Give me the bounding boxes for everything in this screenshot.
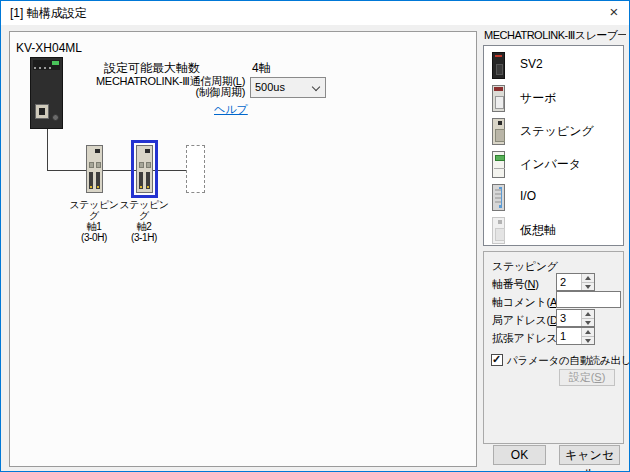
node-display-icon <box>145 149 150 153</box>
spin-down-button[interactable] <box>582 283 594 291</box>
slave-item-label: I/O <box>520 189 536 203</box>
node-connector-icon <box>146 172 150 189</box>
node-slot-icon <box>89 162 94 168</box>
axis-topology-panel: KV-XH04ML ステッピング 軸1 <box>9 31 477 467</box>
communication-cycle-select[interactable]: 500us <box>250 77 326 98</box>
axis-configuration-dialog: [1] 軸構成設定 × KV-XH04ML <box>0 0 630 472</box>
close-icon[interactable]: × <box>599 1 629 25</box>
slave-item-stepping[interactable]: ステッピング <box>492 118 617 148</box>
triangle-up-icon <box>585 276 591 280</box>
connection-line-horizontal <box>47 170 186 171</box>
axis-comment-label: 軸コメント(A) <box>492 295 560 310</box>
virtual-axis-device-icon <box>492 217 505 244</box>
triangle-up-icon <box>585 330 591 334</box>
unit-label-marks <box>34 67 54 69</box>
auto-read-checkbox[interactable] <box>491 354 503 366</box>
slave-item-label: SV2 <box>520 57 543 71</box>
node-address-text: (3-0H) <box>66 232 122 243</box>
node-address-text: (3-1H) <box>116 232 172 243</box>
station-address-input[interactable] <box>557 310 581 326</box>
slave-item-virtual-axis[interactable]: 仮想軸 <box>492 217 617 247</box>
node-stepping-axis2[interactable] <box>136 145 153 193</box>
ok-button[interactable]: OK <box>493 445 546 465</box>
slave-item-inverter[interactable]: インバータ <box>492 151 617 181</box>
axis-number-input[interactable] <box>557 274 581 290</box>
config-button[interactable]: 設定(S) <box>559 369 615 386</box>
help-link[interactable]: ヘルプ <box>214 102 248 117</box>
combo-selected-value: 500us <box>255 78 285 97</box>
slave-list: SV2 サーボ ステッピング インバータ I/O 仮想軸 <box>483 45 624 246</box>
extension-address-stepper <box>556 327 595 345</box>
triangle-down-icon <box>585 321 591 325</box>
node-label-axis1: ステッピング 軸1 (3-0H) <box>66 199 122 243</box>
settings-heading: ステッピング <box>492 259 558 274</box>
axis-number-stepper <box>556 273 595 291</box>
triangle-down-icon <box>585 285 591 289</box>
sv2-device-icon <box>492 52 505 79</box>
spinner-buttons <box>581 310 594 326</box>
node-type-text: ステッピング <box>116 199 172 221</box>
spin-up-button[interactable] <box>582 274 594 283</box>
node-type-text: ステッピング <box>66 199 122 221</box>
slave-item-label: 仮想軸 <box>520 222 556 239</box>
slave-item-sv2[interactable]: SV2 <box>492 52 617 82</box>
connection-line-vertical <box>47 129 48 170</box>
spin-up-button[interactable] <box>582 310 594 319</box>
servo-device-icon <box>492 85 505 112</box>
unit-connector-icon <box>52 114 59 121</box>
unit-led-indicator <box>52 61 59 65</box>
cancel-button[interactable]: キャンセル <box>559 445 620 465</box>
io-device-icon <box>492 184 505 211</box>
node-slot-icon <box>146 162 151 168</box>
station-address-stepper <box>556 309 595 327</box>
slave-item-io[interactable]: I/O <box>492 184 617 214</box>
spinner-buttons <box>581 274 594 290</box>
slave-item-label: ステッピング <box>520 123 594 140</box>
node-label-axis2: ステッピング 軸2 (3-1H) <box>116 199 172 243</box>
chevron-down-icon <box>312 83 320 91</box>
spinner-buttons <box>581 328 594 344</box>
stepping-settings-panel: ステッピング 軸番号(N) 軸コメント(A) 局アドレス(D) 拡張アドレス(E… <box>483 251 624 444</box>
extension-address-input[interactable] <box>557 328 581 344</box>
triangle-up-icon <box>585 312 591 316</box>
empty-slot-placeholder[interactable] <box>186 145 205 193</box>
triangle-down-icon <box>585 339 591 343</box>
slave-item-label: サーボ <box>520 90 557 107</box>
node-display-icon <box>95 149 100 153</box>
node-slot-icon <box>96 162 101 168</box>
dialog-title: [1] 軸構成設定 <box>10 1 87 25</box>
spin-down-button[interactable] <box>582 337 594 345</box>
node-connector-icon <box>96 172 100 189</box>
axis-comment-input[interactable] <box>556 291 621 308</box>
spin-down-button[interactable] <box>582 319 594 327</box>
slave-list-header: MECHATROLINK-Ⅲスレーブ一覧 <box>484 28 626 43</box>
auto-read-label: パラメータの自動読み出し(P) <box>507 354 630 368</box>
stepping-device-icon <box>492 118 505 145</box>
kv-xh04ml-unit[interactable] <box>30 57 63 129</box>
slave-item-servo[interactable]: サーボ <box>492 85 617 115</box>
controller-unit-label: KV-XH04ML <box>16 41 82 55</box>
communication-cycle-label: MECHATROLINK-Ⅲ通信周期(L) (制御周期) <box>70 76 245 98</box>
inverter-device-icon <box>492 151 505 178</box>
axis-number-label: 軸番号(N) <box>492 277 539 292</box>
node-connector-icon <box>139 172 143 189</box>
node-stepping-axis1[interactable] <box>86 145 103 193</box>
cycle-label-line2: (制御周期) <box>70 87 245 98</box>
node-connector-icon <box>89 172 93 189</box>
title-bar: [1] 軸構成設定 × <box>1 1 629 25</box>
ethernet-port-icon <box>35 104 49 119</box>
slave-item-label: インバータ <box>520 156 581 173</box>
station-address-label: 局アドレス(D) <box>492 313 561 328</box>
node-axis-text: 軸2 <box>116 221 172 232</box>
node-slot-icon <box>139 162 144 168</box>
max-axes-value: 4軸 <box>252 60 271 77</box>
node-axis-text: 軸1 <box>66 221 122 232</box>
spin-up-button[interactable] <box>582 328 594 337</box>
